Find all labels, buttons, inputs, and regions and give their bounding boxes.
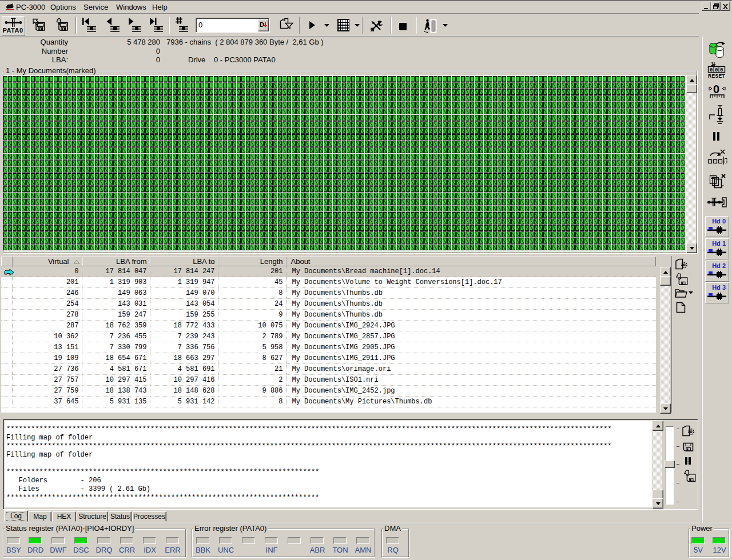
svg-text:0: 0 xyxy=(720,67,723,73)
svg-text:RESET: RESET xyxy=(708,73,725,78)
svg-text:0: 0 xyxy=(715,67,718,73)
svg-text:0: 0 xyxy=(713,83,719,95)
svg-text:0: 0 xyxy=(710,67,713,73)
